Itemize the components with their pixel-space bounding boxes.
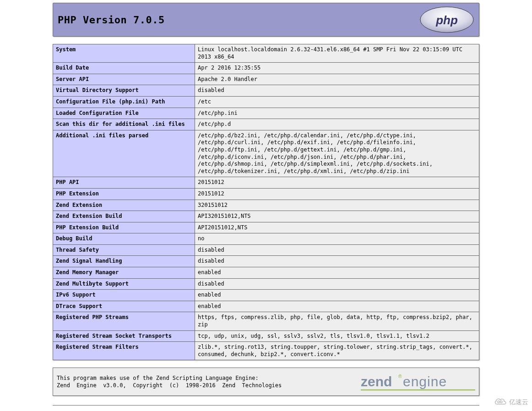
info-key: Zend Signal Handling: [53, 256, 195, 267]
zend-engine-logo-icon: zend ® engine: [361, 372, 475, 392]
table-row: Zend Multibyte Supportdisabled: [53, 278, 479, 290]
cloud-icon: [494, 396, 507, 408]
table-row: Configuration File (php.ini) Path/etc: [53, 96, 479, 108]
table-row: IPv6 Supportenabled: [53, 290, 479, 301]
info-value: disabled: [195, 278, 479, 290]
info-key: Thread Safety: [53, 244, 195, 256]
table-row: Registered Stream Socket Transportstcp, …: [53, 330, 479, 342]
php-info-table: SystemLinux localhost.localdomain 2.6.32…: [53, 44, 479, 360]
table-row: Zend Signal Handlingdisabled: [53, 256, 479, 267]
info-key: Registered PHP Streams: [53, 312, 195, 330]
info-value: https, ftps, compress.zlib, php, file, g…: [195, 312, 479, 330]
info-value: /etc/php.ini: [195, 108, 479, 119]
table-row: PHP Extension20151012: [53, 188, 479, 200]
info-key: PHP Extension Build: [53, 222, 195, 233]
info-value: Apache 2.0 Handler: [195, 74, 479, 85]
info-value: 320151012: [195, 200, 479, 211]
info-key: Zend Extension: [53, 200, 195, 211]
svg-point-7: [500, 401, 502, 403]
table-row: Server APIApache 2.0 Handler: [53, 74, 479, 85]
info-value: Linux localhost.localdomain 2.6.32-431.e…: [195, 44, 479, 63]
info-key: Virtual Directory Support: [53, 85, 195, 97]
table-row: DTrace Supportenabled: [53, 301, 479, 312]
info-value: enabled: [195, 267, 479, 279]
svg-text:zend: zend: [361, 374, 392, 389]
table-row: Zend Extension320151012: [53, 200, 479, 211]
table-row: Additional .ini files parsed/etc/php.d/b…: [53, 130, 479, 177]
info-value: disabled: [195, 85, 479, 97]
info-key: IPv6 Support: [53, 290, 195, 301]
info-key: Zend Multibyte Support: [53, 278, 195, 290]
info-key: Additional .ini files parsed: [53, 130, 195, 177]
info-key: Zend Memory Manager: [53, 267, 195, 279]
info-value: no: [195, 233, 479, 245]
svg-text:php: php: [435, 13, 458, 27]
info-value: tcp, udp, unix, udg, ssl, sslv3, sslv2, …: [195, 330, 479, 342]
info-key: Build Date: [53, 63, 195, 74]
table-row: Registered Stream Filterszlib.*, string.…: [53, 342, 479, 360]
info-key: Server API: [53, 74, 195, 85]
table-row: Loaded Configuration File/etc/php.ini: [53, 108, 479, 119]
table-row: Build DateApr 2 2016 12:35:55: [53, 63, 479, 74]
info-key: Debug Build: [53, 233, 195, 245]
info-key: Loaded Configuration File: [53, 108, 195, 119]
php-logo-icon: php: [419, 6, 474, 33]
info-value: API20151012,NTS: [195, 222, 479, 233]
info-value: /etc/php.d/bz2.ini, /etc/php.d/calendar.…: [195, 130, 479, 177]
table-row: Debug Buildno: [53, 233, 479, 245]
zend-engine-box: This program makes use of the Zend Scrip…: [53, 368, 479, 396]
info-value: 20151012: [195, 177, 479, 189]
info-key: PHP API: [53, 177, 195, 189]
svg-point-6: [498, 401, 499, 403]
table-row: Virtual Directory Supportdisabled: [53, 85, 479, 97]
table-row: Zend Extension BuildAPI320151012,NTS: [53, 211, 479, 222]
table-row: PHP Extension BuildAPI20151012,NTS: [53, 222, 479, 233]
watermark: 亿速云: [494, 396, 528, 408]
info-value: Apr 2 2016 12:35:55: [195, 63, 479, 74]
info-key: DTrace Support: [53, 301, 195, 312]
info-value: zlib.*, string.rot13, string.toupper, st…: [195, 342, 479, 360]
svg-text:engine: engine: [403, 374, 447, 389]
zend-text: This program makes use of the Zend Scrip…: [57, 374, 282, 390]
info-key: PHP Extension: [53, 188, 195, 200]
info-value: disabled: [195, 244, 479, 256]
info-key: Registered Stream Filters: [53, 342, 195, 360]
info-key: Scan this dir for additional .ini files: [53, 119, 195, 130]
info-value: /etc: [195, 96, 479, 108]
table-row: Thread Safetydisabled: [53, 244, 479, 256]
info-value: disabled: [195, 256, 479, 267]
info-key: Zend Extension Build: [53, 211, 195, 222]
info-key: Registered Stream Socket Transports: [53, 330, 195, 342]
table-row: SystemLinux localhost.localdomain 2.6.32…: [53, 44, 479, 63]
watermark-text: 亿速云: [509, 398, 528, 406]
table-row: Registered PHP Streamshttps, ftps, compr…: [53, 312, 479, 330]
info-key: Configuration File (php.ini) Path: [53, 96, 195, 108]
page-title: PHP Version 7.0.5: [58, 14, 165, 26]
separator: [53, 405, 479, 406]
table-row: Scan this dir for additional .ini files/…: [53, 119, 479, 130]
info-key: System: [53, 44, 195, 63]
info-value: /etc/php.d: [195, 119, 479, 130]
table-row: Zend Memory Managerenabled: [53, 267, 479, 279]
php-header: PHP Version 7.0.5 php: [53, 3, 479, 37]
info-value: 20151012: [195, 188, 479, 200]
info-value: API320151012,NTS: [195, 211, 479, 222]
table-row: PHP API20151012: [53, 177, 479, 189]
svg-text:®: ®: [398, 374, 402, 379]
info-value: enabled: [195, 290, 479, 301]
info-value: enabled: [195, 301, 479, 312]
